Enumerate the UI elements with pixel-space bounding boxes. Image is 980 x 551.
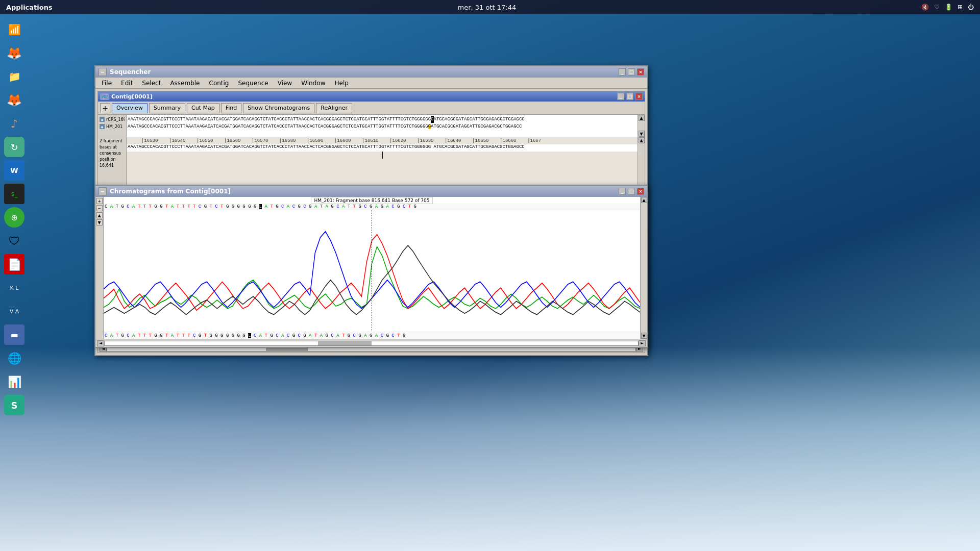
- contig-title: Contig[0001]: [111, 93, 153, 100]
- sequencher-title: Sequencher: [110, 68, 151, 76]
- realigner-btn[interactable]: ReAligner: [316, 103, 352, 113]
- info-line1: 2 fragment: [100, 138, 125, 144]
- network-tray-icon: ⊞: [958, 4, 963, 11]
- sidebar-icon-security[interactable]: 🛡: [4, 231, 24, 251]
- sidebar-icon-va[interactable]: V A: [4, 301, 24, 321]
- sidebar-icon-wifi[interactable]: 📶: [4, 19, 24, 40]
- chromato-titlebar: − Chromatograms from Contig[0001] _ □ ×: [95, 186, 647, 197]
- seq2-content: AAATAGCCCACACGTTCCCTTAAATAAGACATCACGATGG…: [127, 122, 638, 129]
- menu-sequence[interactable]: Sequence: [234, 79, 272, 88]
- sidebar-icon-green[interactable]: S: [4, 395, 24, 415]
- chromato-maximize-btn[interactable]: □: [628, 188, 635, 195]
- seq2-label: ◆ HM_201: [98, 123, 126, 130]
- chromato-seq-bottom: C A T G C A T T T G G T A T T T: [104, 332, 640, 339]
- chromato-ctrl2[interactable]: −: [96, 205, 103, 211]
- chromatogram-window: − Chromatograms from Contig[0001] _ □ × …: [94, 185, 648, 348]
- cut-map-btn[interactable]: Cut Map: [187, 103, 219, 113]
- chromato-graph: [104, 210, 640, 332]
- sidebar-icon-browser[interactable]: 🌐: [4, 348, 24, 368]
- seq2-name: HM_201: [106, 124, 122, 129]
- find-btn[interactable]: Find: [221, 103, 242, 113]
- summary-btn[interactable]: Summary: [149, 103, 185, 113]
- system-tray: 🔇 ♡ 🔋 ⊞ ⏻: [921, 4, 974, 11]
- sidebar-icon-firefox2[interactable]: 🦊: [4, 90, 24, 110]
- chromato-h-scrollbar[interactable]: ◄ ►: [95, 339, 647, 347]
- volume-icon[interactable]: 🔇: [921, 4, 929, 11]
- contig-close-btn[interactable]: ×: [635, 93, 643, 100]
- menu-file[interactable]: File: [97, 79, 116, 88]
- chromato-title: Chromatograms from Contig[0001]: [110, 188, 231, 195]
- battery-icon: 🔋: [945, 4, 952, 11]
- datetime: mer, 31 ott 17:44: [458, 4, 517, 11]
- sidebar-icon-pdf[interactable]: 📄: [4, 254, 24, 274]
- info-line4: position 16,641: [100, 157, 125, 169]
- menu-window[interactable]: Window: [297, 79, 329, 88]
- apps-menu[interactable]: Applications: [6, 4, 53, 11]
- v-scrollbar[interactable]: ▲ ▼: [638, 115, 645, 137]
- menu-edit[interactable]: Edit: [117, 79, 137, 88]
- chromato-info: HM_201: Fragment base 816,641 Base 572 o…: [311, 197, 433, 204]
- window-buttons: _ □ ×: [619, 68, 644, 76]
- menu-bar: File Edit Select Assemble Contig Sequenc…: [95, 78, 647, 89]
- sidebar-icon-word[interactable]: W: [4, 160, 24, 181]
- contig-titlebar: 🧬 Contig[0001] _ □ ×: [98, 91, 645, 102]
- sidebar-icon-music[interactable]: ♪: [4, 113, 24, 134]
- menu-select[interactable]: Select: [138, 79, 165, 88]
- chromato-window-buttons: _ □ ×: [619, 188, 644, 195]
- contig-minimize-btn[interactable]: _: [617, 93, 624, 100]
- window-close-btn[interactable]: ×: [637, 68, 644, 76]
- window-maximize-btn[interactable]: □: [628, 68, 635, 76]
- chromato-h-track[interactable]: [104, 341, 639, 346]
- chromato-seq-top: C A T G C A T T T G G T A T T T: [104, 203, 640, 210]
- seq1-label: ◆ rCRS_16990: [98, 116, 126, 123]
- chromato-restore-btn[interactable]: _: [619, 188, 626, 195]
- minimize-left-btn[interactable]: −: [99, 68, 107, 76]
- seq1-name: rCRS_16990: [106, 117, 125, 122]
- info-line3: consensus: [100, 151, 125, 157]
- zoom-in-btn[interactable]: +: [100, 103, 110, 113]
- show-chromatograms-btn[interactable]: Show Chromatograms: [243, 103, 314, 113]
- window-restore-btn[interactable]: _: [619, 68, 626, 76]
- taskbar-top: Applications mer, 31 ott 17:44 🔇 ♡ 🔋 ⊞ ⏻: [0, 0, 980, 14]
- sidebar-icon-kl[interactable]: K L: [4, 278, 24, 298]
- menu-view[interactable]: View: [274, 79, 296, 88]
- sidebar-icon-firefox[interactable]: 🦊: [4, 43, 24, 63]
- desktop: Applications mer, 31 ott 17:44 🔇 ♡ 🔋 ⊞ ⏻…: [0, 0, 980, 551]
- sidebar: 📶 🦊 📁 🦊 ♪ ↻ W $_ ⊕ 🛡 📄 K L V A ▬ 🌐 📊 S: [0, 14, 29, 551]
- contig-maximize-btn[interactable]: □: [626, 93, 633, 100]
- seq1-content: AAATAGCCCACACGTTCCCTTAAATAAGACATCACGATGG…: [127, 115, 638, 122]
- sidebar-icon-folder[interactable]: 📁: [4, 66, 24, 87]
- heart-icon: ♡: [934, 4, 940, 11]
- chromato-ctrl4[interactable]: ▼: [96, 219, 103, 226]
- menu-contig[interactable]: Contig: [205, 79, 233, 88]
- sidebar-icon-terminal[interactable]: $_: [4, 184, 24, 204]
- info-line2: bases at: [100, 144, 125, 151]
- menu-assemble[interactable]: Assemble: [166, 79, 204, 88]
- contig-window-buttons: _ □ ×: [617, 93, 643, 100]
- sidebar-icon-chart[interactable]: 📊: [4, 371, 24, 392]
- contig-toolbar: + Overview Summary Cut Map Find Show Chr…: [98, 102, 645, 115]
- chromato-close-btn[interactable]: ×: [637, 188, 644, 195]
- menu-help[interactable]: Help: [331, 79, 353, 88]
- chromato-ctrl1[interactable]: +: [96, 198, 103, 204]
- overview-btn[interactable]: Overview: [112, 103, 148, 113]
- sidebar-icon-network[interactable]: ⊕: [4, 207, 24, 228]
- power-icon[interactable]: ⏻: [968, 4, 974, 11]
- sidebar-icon-update[interactable]: ↻: [4, 137, 24, 157]
- chromato-h-thumb[interactable]: [318, 341, 372, 345]
- sequencher-titlebar: − Sequencher _ □ ×: [95, 66, 647, 78]
- sidebar-icon-layers[interactable]: ▬: [4, 324, 24, 345]
- chromato-ctrl3[interactable]: ▲: [96, 212, 103, 218]
- chromato-minimize-btn2[interactable]: −: [99, 187, 107, 195]
